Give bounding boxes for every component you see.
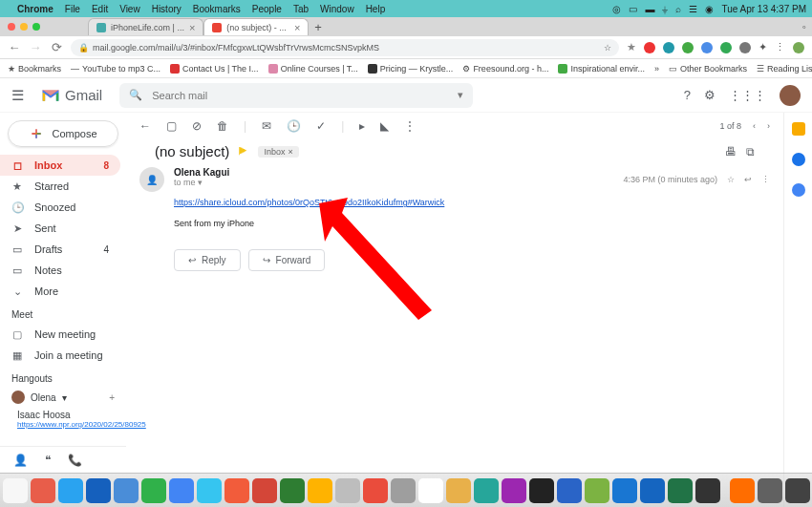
label-icon[interactable]: ◣ xyxy=(380,119,389,133)
dock-app-icon[interactable] xyxy=(114,478,139,503)
close-tab-icon[interactable]: × xyxy=(294,22,300,33)
dock-app-icon[interactable] xyxy=(335,478,360,503)
reading-list[interactable]: ☰Reading List xyxy=(757,64,812,74)
sender-avatar[interactable]: 👤 xyxy=(139,167,164,192)
dock-app-icon[interactable] xyxy=(280,478,305,503)
archive-icon[interactable]: ▢ xyxy=(166,119,177,133)
dock-app-icon[interactable] xyxy=(695,478,720,503)
dock-app-icon[interactable] xyxy=(474,478,499,503)
clock[interactable]: Tue Apr 13 4:37 PM xyxy=(721,4,806,14)
dock-app-icon[interactable] xyxy=(785,478,810,503)
close-tab-icon[interactable]: × xyxy=(189,22,195,33)
dock-app-icon[interactable] xyxy=(758,478,782,503)
menu-history[interactable]: History xyxy=(152,4,182,14)
dock-app-icon[interactable] xyxy=(224,478,249,503)
prev-icon[interactable]: ‹ xyxy=(753,121,756,131)
important-icon[interactable]: ⯈ xyxy=(239,146,248,157)
delete-icon[interactable]: 🗑 xyxy=(217,119,228,133)
person-icon[interactable]: 👤 xyxy=(13,454,28,467)
help-icon[interactable]: ? xyxy=(684,88,691,102)
flag-icon[interactable]: ▭ xyxy=(629,4,637,14)
dock-app-icon[interactable] xyxy=(502,478,526,503)
ext-icon[interactable] xyxy=(644,42,655,53)
hangout-contact[interactable]: Olena ▾ + xyxy=(0,388,126,407)
dock-app-icon[interactable] xyxy=(446,478,471,503)
settings-icon[interactable]: ⚙ xyxy=(704,88,716,102)
meet-item[interactable]: ▦Join a meeting xyxy=(0,345,120,366)
sidebar-item-sent[interactable]: ➤Sent xyxy=(0,218,120,239)
hangout-contact[interactable]: Isaac Hoosa https://www.npr.org/2020/02/… xyxy=(0,407,126,432)
unread-icon[interactable]: ✉ xyxy=(262,119,271,133)
reply-icon[interactable]: ↩ xyxy=(744,175,752,184)
star-icon[interactable]: ☆ xyxy=(604,43,611,53)
task-icon[interactable]: ✓ xyxy=(316,119,326,133)
ext-icon[interactable]: ★ xyxy=(627,41,636,53)
tab-overflow-icon[interactable]: ◦ xyxy=(802,20,806,33)
dock-app-icon[interactable] xyxy=(529,478,554,503)
menu-window[interactable]: Window xyxy=(320,4,354,14)
dock-app-icon[interactable] xyxy=(31,478,55,503)
hamburger-icon[interactable]: ☰ xyxy=(11,87,24,104)
dock-app-icon[interactable] xyxy=(3,478,28,503)
search-icon[interactable]: ⌕ xyxy=(675,4,681,14)
dock-app-icon[interactable] xyxy=(557,478,582,503)
ext-icon[interactable] xyxy=(701,42,713,53)
dock-app-icon[interactable] xyxy=(169,478,194,503)
search-options-icon[interactable]: ▾ xyxy=(458,89,463,101)
dock-app-icon[interactable] xyxy=(640,478,665,503)
back-icon[interactable]: ← xyxy=(139,119,151,133)
bookmark[interactable]: Online Courses | T... xyxy=(268,64,358,74)
star-icon[interactable]: ☆ xyxy=(727,175,735,184)
dock-app-icon[interactable] xyxy=(141,478,166,503)
recipient-info[interactable]: to me▾ xyxy=(174,178,613,187)
menu-view[interactable]: View xyxy=(119,4,140,14)
window-maximize[interactable] xyxy=(32,23,40,31)
sidebar-item-drafts[interactable]: ▭Drafts4 xyxy=(0,239,120,260)
bookmark[interactable]: Inspirational envir... xyxy=(558,64,645,74)
popout-icon[interactable]: ⧉ xyxy=(746,145,755,158)
bookmark-overflow[interactable]: » xyxy=(654,64,659,74)
more-icon[interactable]: ⋮ xyxy=(404,119,416,133)
apps-icon[interactable]: ⋮⋮⋮ xyxy=(729,88,766,102)
search-input[interactable]: 🔍 Search mail ▾ xyxy=(119,83,473,108)
gmail-logo[interactable]: Gmail xyxy=(41,87,102,103)
new-tab-button[interactable]: + xyxy=(314,20,322,34)
inbox-label[interactable]: Inbox× xyxy=(258,146,298,158)
forward-button[interactable]: → xyxy=(29,40,42,54)
menu-app[interactable]: Chrome xyxy=(17,4,53,14)
hangouts-icon[interactable]: ❝ xyxy=(45,454,51,467)
dock-app-icon[interactable] xyxy=(308,478,332,503)
ext-icon[interactable] xyxy=(682,42,694,53)
dock-app-icon[interactable] xyxy=(86,478,111,503)
sidebar-item-inbox[interactable]: ◻Inbox8 xyxy=(0,155,120,176)
dock-app-icon[interactable] xyxy=(730,478,755,503)
menu-tab[interactable]: Tab xyxy=(293,4,309,14)
reload-button[interactable]: ⟳ xyxy=(50,40,63,54)
bookmark[interactable]: ★Bookmarks xyxy=(8,64,61,74)
menu-help[interactable]: Help xyxy=(366,4,386,14)
more-icon[interactable]: ⋮ xyxy=(761,175,770,184)
other-bookmarks[interactable]: ▭Other Bookmarks xyxy=(669,64,747,74)
account-avatar[interactable] xyxy=(780,85,801,106)
move-icon[interactable]: ▸ xyxy=(359,119,365,133)
window-minimize[interactable] xyxy=(20,23,28,31)
menu-people[interactable]: People xyxy=(252,4,282,14)
tab-gmail[interactable]: (no subject) - ... × xyxy=(203,18,309,35)
battery-icon[interactable]: ▬ xyxy=(645,4,654,14)
siri-icon[interactable]: ◉ xyxy=(705,4,714,14)
menu-bookmarks[interactable]: Bookmarks xyxy=(193,4,241,14)
bookmark[interactable]: —YouTube to mp3 C... xyxy=(71,64,160,74)
dock-app-icon[interactable] xyxy=(668,478,693,503)
dock-app-icon[interactable] xyxy=(391,478,416,503)
menu-edit[interactable]: Edit xyxy=(92,4,108,14)
icloud-share-link[interactable]: https://share.icloud.com/photos/0rQoSTt6… xyxy=(174,198,444,207)
profile-icon[interactable] xyxy=(793,42,804,53)
url-input[interactable]: 🔒 mail.google.com/mail/u/3/#inbox/FMfcgx… xyxy=(71,39,619,56)
ext-icon[interactable] xyxy=(663,42,674,53)
chrome-menu-icon[interactable]: ⋮ xyxy=(775,41,785,53)
dock-app-icon[interactable] xyxy=(58,478,83,503)
back-button[interactable]: ← xyxy=(8,40,21,54)
sidebar-item-more[interactable]: ⌄More xyxy=(0,281,120,302)
compose-button[interactable]: Compose xyxy=(8,120,118,147)
bookmark[interactable]: ⚙Freesound.org - h... xyxy=(462,64,548,74)
